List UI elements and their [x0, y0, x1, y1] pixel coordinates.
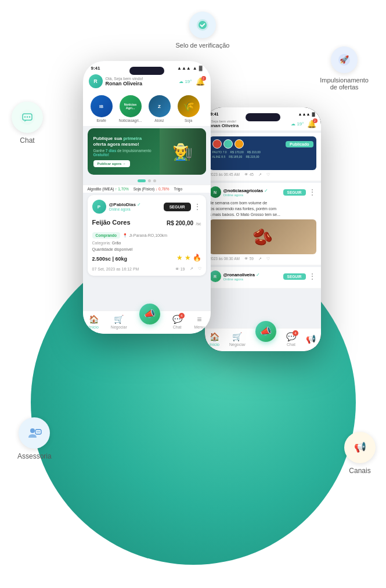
chat-icon: [19, 109, 35, 125]
back-nav-negociar-label: Negociar: [229, 342, 246, 347]
back-nav-inicio[interactable]: 🏠 Início: [210, 332, 219, 347]
svg-point-8: [29, 116, 30, 117]
front-fab-container: 📣: [139, 312, 160, 324]
back-nav-canais[interactable]: 📢: [306, 334, 316, 345]
back-nav-inicio-label: Início: [210, 342, 219, 347]
back-post-3-user-info: @ronanoliveira ✓ Online agora: [223, 272, 260, 281]
person-chat-icon: [26, 425, 42, 441]
phone-front-screen: 9:41 ▲▲▲ ▲ ▓ R Olá, Seja bem vindo! Rona…: [83, 61, 211, 334]
star-2: ★: [185, 254, 191, 262]
back-post-2-follow-btn[interactable]: SEGUIR: [283, 189, 306, 196]
front-offer-per: /sc: [196, 222, 201, 226]
front-offer-verified: ✓: [137, 202, 141, 207]
front-brand-ibrafe[interactable]: IB Ibrafe: [89, 95, 114, 122]
front-nav-menu-label: Menu: [194, 325, 205, 329]
back-nav-negociar[interactable]: 🛒 Negociar: [229, 332, 246, 347]
front-offer-location: 📍 Ji-Paraná-RO,100km: [122, 233, 167, 237]
front-nav-negociar-label: Negociar: [111, 325, 127, 329]
back-published-badge: Publicado: [286, 141, 313, 147]
front-offer-card: P @PabloDias ✓ Online agora SEGUIR ⋮: [88, 195, 206, 276]
front-offer-like[interactable]: ♡: [198, 266, 201, 271]
front-nav-negociar[interactable]: 🛒 Negociar: [111, 315, 127, 329]
front-brand-alonz[interactable]: Z Alonz: [147, 95, 172, 122]
dot-2: [148, 179, 151, 182]
front-brand-soja[interactable]: 🌾 Soja: [176, 95, 201, 122]
front-offer-follow-btn[interactable]: SEGUIR: [164, 203, 191, 211]
back-post-3-avatar: R: [210, 270, 221, 282]
front-offer-price: R$ 200,00: [167, 220, 193, 226]
soja-label: Soja: [185, 118, 192, 122]
back-table-data: PAUTO 7.0R$ 170,00R$ 210,00 ALINE 8.5R$ …: [212, 150, 313, 159]
front-offer-footer: 07 Set, 2023 as 16:12 PM 👁 19 ↗ ♡: [92, 266, 201, 271]
back-post-3: R @ronanoliveira ✓ Online agora SEGUIR ⋮: [205, 267, 321, 288]
soja-logo: 🌾: [178, 95, 200, 117]
back-table-row: PAUTO 7.0R$ 170,00R$ 210,00: [212, 150, 313, 155]
front-offer-actions: SEGUIR ⋮: [164, 202, 201, 211]
back-signal-icon: ▲▲▲: [298, 112, 311, 116]
front-offer-qty-value: 2.500sc | 60kg: [92, 256, 128, 262]
front-nav-menu[interactable]: ≡ Menu: [194, 315, 205, 329]
front-offer-share[interactable]: ↗: [190, 266, 193, 271]
back-post-2-like: ♡: [266, 257, 270, 261]
front-offer-username-row: @PabloDias ✓: [109, 202, 141, 207]
back-post-1-share: ↗: [258, 172, 262, 177]
front-offer-more[interactable]: ⋮: [193, 202, 201, 211]
front-brand-noticia[interactable]: NotíciasAgri... Noticiasagri...: [118, 95, 143, 122]
front-notif-icon[interactable]: 🔔 2: [196, 77, 205, 86]
back-post-2-verified: ✓: [264, 188, 268, 193]
back-fab-btn[interactable]: 📣: [255, 321, 276, 342]
front-promo-btn[interactable]: Publicar agora →: [93, 160, 130, 167]
front-promo-title: Publique sua primeiraoferta agora mesmo!: [93, 136, 200, 148]
front-wifi-icon: ▲: [193, 66, 197, 71]
back-nav-chat-label: Chat: [287, 342, 295, 347]
star-1: ★: [176, 254, 183, 262]
back-avatar-2: [223, 139, 233, 149]
front-offer-user-info: @PabloDias ✓ Online agora: [109, 202, 141, 211]
front-weather: ☁ 19°: [179, 79, 192, 84]
back-post-3-follow-btn[interactable]: SEGUIR: [283, 273, 306, 280]
canais-label: Canais: [349, 467, 370, 475]
front-offer-qty-label: Quantidade disponível: [92, 247, 133, 251]
front-home-icon: 🏠: [89, 315, 99, 324]
selo-icon-circle: [189, 12, 216, 38]
front-greeting-block: Olá, Seja bem vindo! Ronan Oliveira: [106, 77, 143, 86]
back-cart-icon: 🛒: [232, 332, 242, 341]
ibrafe-logo: IB: [91, 95, 113, 117]
front-fab-btn[interactable]: 📣: [139, 304, 160, 324]
back-post-3-more[interactable]: ⋮: [308, 272, 316, 281]
front-nav-inicio[interactable]: 🏠 Início: [89, 315, 99, 329]
back-post-2-header: N @noticiasagricolas ✓ Online agora SEGU…: [210, 186, 316, 198]
back-post-3-header: R @ronanoliveira ✓ Online agora SEGUIR ⋮: [210, 270, 316, 282]
back-post-1-header: Publicado: [212, 139, 313, 149]
front-menu-icon: ≡: [197, 315, 201, 324]
ibrafe-label: Ibrafe: [96, 118, 106, 122]
front-offer-views: 👁 19: [175, 267, 185, 271]
front-nav-chat[interactable]: 💬 4 Chat: [172, 315, 182, 329]
front-promo-banner[interactable]: Publique sua primeiraoferta agora mesmo!…: [88, 128, 206, 175]
back-post-1-footer: 2023 às 06:45 AM 👁 45 ↗ ♡: [210, 172, 316, 177]
front-offer-header: P @PabloDias ✓ Online agora SEGUIR ⋮: [92, 200, 201, 214]
back-post-3-actions: SEGUIR ⋮: [283, 272, 316, 281]
ticker-algodao: Algodão (IMEA) ↑ 1,70%: [88, 187, 129, 191]
beans-emoji: 🫘: [252, 228, 273, 247]
phone-front: 9:41 ▲▲▲ ▲ ▓ R Olá, Seja bem vindo! Rona…: [83, 61, 211, 334]
back-post-1-date: 2023 às 06:45 AM: [210, 172, 240, 177]
svg-point-11: [37, 431, 38, 432]
back-notif-icon[interactable]: 🔔 2: [307, 120, 316, 128]
front-offer-qty-value-row: 2.500sc | 60kg ★ ★ 🔥: [92, 254, 201, 264]
svg-text:🚀: 🚀: [340, 55, 349, 64]
selo-label: Selo de verificação: [176, 42, 230, 49]
front-status-icons: ▲▲▲ ▲ ▓: [177, 66, 203, 71]
back-post-1-avatars: [212, 139, 244, 149]
back-post-2-username: @noticiasagricolas: [223, 188, 264, 193]
phone-back-screen: 9:41 ▲▲▲ ▓ , Seja bem vindo! onan Olivei…: [205, 107, 321, 351]
front-signal-icon: ▲▲▲: [177, 66, 191, 71]
ticker-soja: Soja (Físico) ↓ 0,78%: [134, 187, 169, 191]
back-chat-icon: 💬: [286, 332, 296, 341]
back-post-2-more[interactable]: ⋮: [308, 187, 316, 197]
back-nav-chat[interactable]: 💬 Chat: [286, 332, 296, 347]
impulsionamento-label: Impulsionamentode ofertas: [320, 77, 369, 91]
dot-1: [138, 179, 146, 182]
canais-icon-circle: 📢: [344, 432, 376, 463]
front-offer-username: @PabloDias: [109, 202, 136, 207]
